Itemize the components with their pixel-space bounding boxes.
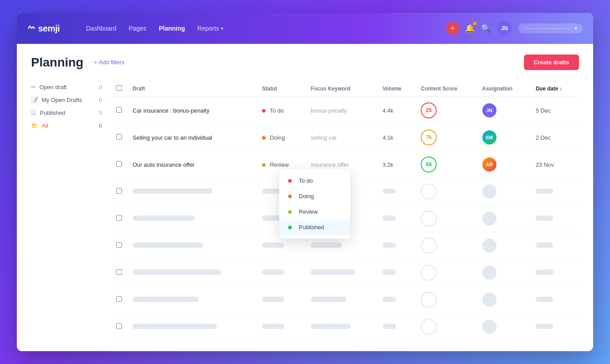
assignation-avatar-2: SM [482,130,497,145]
sidebar-published-label: Published [40,110,65,116]
col-draft: Draft [127,81,257,97]
score-empty-4 [421,265,437,281]
sidebar: ✏ Open draft 0 📝 My Open Drafts 0 ☑ Publ… [31,81,111,341]
page-header: Planning + Add filters Create drafts [31,55,579,70]
user-avatar[interactable]: JN [497,21,512,36]
row-s2-checkbox[interactable] [116,215,122,221]
table-row[interactable]: Selling your car to an individual Doing … [111,124,579,151]
bell-button[interactable]: 🔔 [465,23,475,33]
row-s6-checkbox[interactable] [116,323,122,329]
sidebar-open-draft-count: 0 [99,84,102,90]
todo-label: To do [299,177,313,184]
score-1: 25 [421,102,437,118]
nav-actions: + 🔔 🔍 JN ────────────── ▾ [446,21,583,36]
score-empty-2 [421,211,437,227]
dropdown-item-todo[interactable]: To do [279,173,350,188]
row-3-checkbox[interactable] [116,161,122,167]
due-date-1: 5 Dec [536,107,551,114]
table-row [111,286,579,313]
row-s1-checkbox[interactable] [116,188,122,194]
sidebar-item-my-open-drafts[interactable]: 📝 My Open Drafts 0 [31,94,102,106]
logo-text: semji [38,23,60,34]
row-s4-checkbox[interactable] [116,269,122,275]
table-row[interactable]: Car insurance : bonus-penalty To do bonu… [111,97,579,124]
col-statut: Statut [257,81,305,97]
sidebar-item-open-draft[interactable]: ✏ Open draft 0 [31,81,102,94]
nav-dashboard[interactable]: Dashboard [86,25,117,32]
status-dot-1 [262,109,266,113]
table-area: Draft Statut Focus Keyword Volume Conten… [111,81,579,341]
nav-reports[interactable]: Reports ▾ [197,25,223,32]
review-dot-icon [288,210,292,214]
skeleton-avatar-1 [482,184,497,199]
row-1-checkbox[interactable] [116,107,122,113]
status-text-3: Review [270,161,289,168]
dropdown-item-review[interactable]: Review [279,204,350,219]
due-date-3: 23 Nov [536,161,554,168]
doing-dot-icon [288,195,292,198]
chevron-down-icon: ▾ [221,26,223,31]
workspace-label: ────────────── [524,26,572,31]
review-label: Review [299,208,318,215]
nav-pages[interactable]: Pages [129,25,147,32]
score-2: 76 [421,129,437,145]
folder-icon: 📁 [31,122,38,129]
status-text-2: Doing [270,134,285,141]
status-dot-2 [262,136,266,140]
skeleton-avatar-6 [482,320,497,334]
dropdown-item-published[interactable]: Published [279,219,350,235]
row-s5-checkbox[interactable] [116,296,122,302]
bell-badge [473,22,477,25]
row-s3-checkbox[interactable] [116,242,122,248]
col-assignation: Assignation [477,81,531,97]
col-due-date[interactable]: Due date ↓ [530,81,579,97]
sidebar-my-drafts-count: 0 [99,97,102,103]
select-all-checkbox[interactable] [116,85,122,91]
row-2-checkbox[interactable] [116,134,122,140]
logo[interactable]: semji [27,23,72,34]
skeleton-avatar-2 [482,211,497,226]
search-button[interactable]: 🔍 [481,23,491,33]
status-text-1: To do [270,107,284,114]
sidebar-item-published[interactable]: ☑ Published 0 [31,106,102,119]
draft-title-2: Selling your car to an individual [133,134,212,141]
sidebar-item-all[interactable]: 📁 All 0 [31,119,102,132]
draft-title-1: Car insurance : bonus-penalty [133,107,209,114]
add-filters-button[interactable]: + Add filters [94,59,124,66]
volume-2: 4.1k [383,134,394,141]
dropdown-chevron-icon: ▾ [575,25,577,31]
score-3: 88 [421,157,437,172]
create-drafts-button[interactable]: Create drafts [524,55,579,70]
table-row [111,259,579,286]
navbar: semji Dashboard Pages Planning Reports ▾… [17,13,593,44]
keyword-2: selling car [311,134,337,141]
col-content-score: Content Score [415,81,477,97]
skeleton-avatar-5 [482,293,497,307]
doing-label: Doing [299,193,314,200]
edit-icon: 📝 [31,97,38,103]
main-content: Planning + Add filters Create drafts ✏ O… [17,44,593,351]
due-date-2: 2 Dec [536,134,551,141]
content-area: ✏ Open draft 0 📝 My Open Drafts 0 ☑ Publ… [31,81,579,341]
skeleton-avatar-3 [482,239,497,253]
sort-icon: ↓ [559,86,562,92]
nav-reports-label: Reports [197,25,219,32]
score-empty-3 [421,238,437,254]
score-empty-6 [421,319,437,335]
draft-title-3: Our auto insurance offer [133,161,195,168]
table-row [111,313,579,341]
keyword-1: bonus-penalty [311,107,347,114]
col-volume: Volume [377,81,416,97]
status-dropdown: To do Doing Review Published [279,169,350,239]
todo-dot-icon [288,179,292,183]
check-icon: ☑ [31,110,36,116]
volume-3: 3.2k [383,161,394,168]
logo-icon [27,24,35,32]
volume-1: 4.4k [383,107,394,114]
score-empty-5 [421,292,437,308]
nav-planning[interactable]: Planning [159,25,185,32]
sidebar-all-count: 0 [99,123,102,129]
dropdown-item-doing[interactable]: Doing [279,188,350,204]
workspace-dropdown[interactable]: ────────────── ▾ [518,23,583,33]
add-button[interactable]: + [446,22,459,35]
